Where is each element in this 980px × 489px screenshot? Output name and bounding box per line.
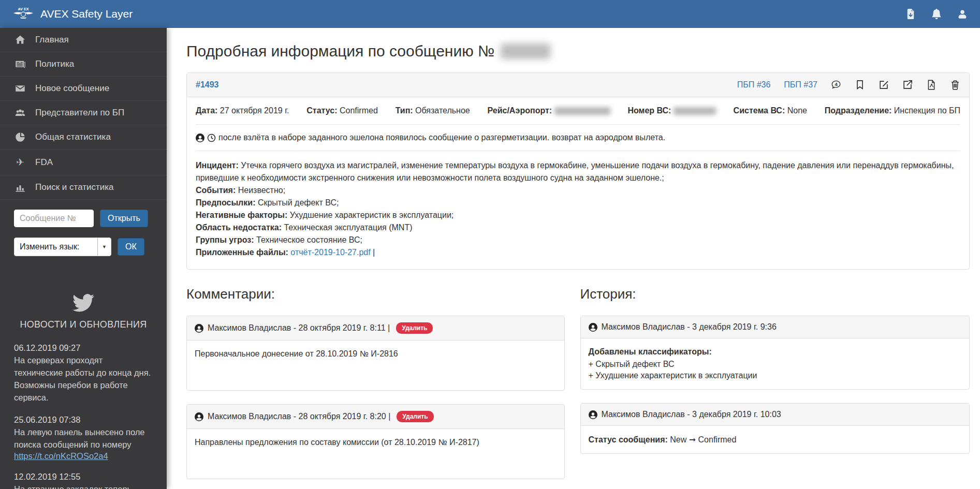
report-meta-row: Дата: 27 октября 2019 г. Статус: Confirm… [196, 97, 960, 124]
attachment-separator: | [373, 248, 375, 257]
author-icon [195, 324, 203, 333]
report-id-link[interactable]: #1493 [196, 80, 219, 90]
report-classifiers: Инцидент: Утечка горячего воздуха из маг… [196, 151, 960, 269]
redacted-flight-value [554, 107, 610, 115]
language-select-value: Изменить язык: [20, 242, 80, 251]
open-message-button[interactable]: Открыть [100, 210, 148, 227]
classifier-events: События: Неизвестно; [196, 184, 960, 197]
news-date: 06.12.2019 09:27 [14, 343, 153, 353]
author-icon [589, 410, 597, 419]
notifications-bell-icon[interactable] [931, 9, 942, 19]
plane-icon: ✈ [14, 156, 26, 168]
delete-report-icon[interactable] [950, 80, 960, 90]
redacted-message-number [501, 43, 550, 59]
sidebar-item-statistics[interactable]: Общая статистика [0, 125, 167, 150]
history-header: Максимов Владислав - 3 декабря 2019 г. 9… [581, 316, 969, 338]
svg-text:4: 4 [835, 81, 838, 87]
chevron-down-icon: ▼ [97, 238, 111, 256]
history-author-date: Максимов Владислав - 3 декабря 2019 г. 9… [602, 322, 777, 332]
sidebar-item-label: Новое сообщение [35, 83, 109, 94]
sidebar-item-bp-representatives[interactable]: Представители по БП [0, 101, 167, 125]
author-icon [196, 134, 204, 142]
history-author-date: Максимов Владислав - 3 декабря 2019 г. 1… [602, 410, 781, 419]
classifier-preconditions: Предпосылки: Скрытый дефект ВС; [196, 197, 960, 209]
sidebar-item-search-statistics[interactable]: Поиск и статистика [0, 175, 167, 200]
report-card-body: Дата: 27 октября 2019 г. Статус: Confirm… [187, 97, 969, 269]
attachment-link[interactable]: отчёт-2019-10-27.pdf [290, 248, 370, 257]
comments-count-icon[interactable]: 4 [831, 80, 841, 90]
pdf-export-icon[interactable] [926, 80, 937, 90]
edit-icon[interactable] [879, 80, 889, 90]
history-title: История: [580, 286, 970, 302]
history-status-value: New ➞ Confirmed [670, 435, 736, 444]
meta-aircraft-system: Система ВС: None [734, 106, 807, 115]
sidebar-item-label: Общая статистика [35, 132, 111, 142]
share-icon[interactable] [902, 80, 913, 90]
comments-section: Комментарии: Максимов Владислав - 28 окт… [186, 270, 565, 489]
language-ok-button[interactable]: ОК [118, 238, 144, 256]
twitter-icon [72, 291, 94, 313]
sidebar-item-policy[interactable]: Политика [0, 52, 167, 77]
sidebar-item-label: Представители по БП [35, 108, 124, 118]
comment-card: Максимов Владислав - 28 октября 2019 г. … [186, 316, 565, 391]
bookmark-icon[interactable] [855, 80, 865, 90]
comment-text: Направлены предложения по составу комисс… [187, 429, 564, 479]
news-date: 25.06.2019 07:38 [14, 415, 153, 425]
comment-author-date: Максимов Владислав - 28 октября 2019 г. … [208, 412, 390, 421]
svg-text:AV EX: AV EX [18, 7, 29, 11]
meta-type: Тип: Обязательное [396, 106, 470, 115]
news-item: 06.12.2019 09:27 На серверах проходят те… [14, 343, 153, 404]
sidebar-item-label: FDA [35, 157, 53, 168]
news-text: На странице закладок теперь можно посмот… [14, 483, 153, 489]
navbar-actions [905, 9, 968, 19]
comment-header: Максимов Владислав - 28 октября 2019 г. … [187, 405, 564, 429]
history-status-label: Статус сообщения: [589, 435, 668, 444]
user-account-icon[interactable] [957, 9, 968, 19]
comment-card: Максимов Владислав - 28 октября 2019 г. … [186, 404, 565, 479]
delete-comment-button[interactable]: Удалить [397, 411, 433, 422]
pbp-37-link[interactable]: ПБП #37 [784, 80, 817, 90]
sidebar-item-home[interactable]: Главная [0, 28, 167, 52]
report-description-row: после взлёта в наборе заданного эшелона … [196, 124, 960, 151]
avex-logo-icon: AV EX [12, 6, 34, 22]
history-card: Максимов Владислав - 3 декабря 2019 г. 1… [580, 403, 970, 454]
news-link[interactable]: https://t.co/nKcROSo2a4 [14, 451, 108, 461]
meta-flight-airport: Рейс/Аэропорт: [488, 106, 610, 115]
language-select[interactable]: Изменить язык: ▼ [14, 238, 111, 256]
report-card: #1493 ПБП #36 ПБП #37 4 [186, 72, 970, 270]
news-date: 12.02.2019 12:55 [14, 472, 153, 482]
meta-aircraft-number: Номер ВС: [627, 106, 715, 115]
top-navbar: AV EX AVEX Safety Layer [0, 0, 980, 28]
bar-chart-icon [14, 182, 26, 192]
page-title: Подробная информация по сообщению № [186, 42, 970, 60]
envelope-icon [14, 83, 26, 94]
sidebar-item-label: Политика [35, 59, 74, 69]
message-search-row: Открыть [0, 200, 167, 229]
meta-date: Дата: 27 октября 2019 г. [196, 106, 289, 115]
classifier-threat-groups: Группы угроз: Техническое состояние ВС; [196, 234, 960, 246]
news-item: 25.06.2019 07:38 На левую панель вынесен… [14, 415, 153, 461]
brand: AV EX AVEX Safety Layer [12, 6, 133, 22]
report-card-header: #1493 ПБП #36 ПБП #37 4 [187, 73, 969, 97]
report-download-icon[interactable] [905, 9, 916, 19]
main-content: Подробная информация по сообщению № #149… [167, 28, 980, 489]
app-title: AVEX Safety Layer [40, 8, 133, 20]
sidebar-item-fda[interactable]: ✈ FDA [0, 150, 167, 175]
sidebar-item-label: Поиск и статистика [35, 182, 114, 192]
pie-chart-icon [14, 132, 26, 142]
history-body: Добавлены классификаторы: + Скрытый дефе… [581, 338, 969, 389]
history-body: Статус сообщения: New ➞ Confirmed [581, 426, 969, 453]
bottom-columns: Комментарии: Максимов Владислав - 28 окт… [186, 270, 970, 489]
classifier-incident: Инцидент: Утечка горячего воздуха из маг… [196, 159, 960, 184]
sidebar-item-new-message[interactable]: Новое сообщение [0, 77, 167, 101]
news-text: На серверах проходят технические работы … [14, 354, 153, 404]
newspaper-icon [14, 59, 26, 69]
pbp-36-link[interactable]: ПБП #36 [737, 80, 771, 90]
message-number-input[interactable] [14, 210, 94, 227]
meta-status: Статус: Confirmed [306, 106, 378, 115]
author-icon [195, 412, 203, 421]
delete-comment-button[interactable]: Удалить [396, 322, 433, 334]
history-card: Максимов Владислав - 3 декабря 2019 г. 9… [580, 316, 970, 390]
news-feed-header: НОВОСТИ И ОБНОВЛЕНИЯ [0, 291, 167, 330]
redacted-aircraft-value [674, 107, 716, 115]
